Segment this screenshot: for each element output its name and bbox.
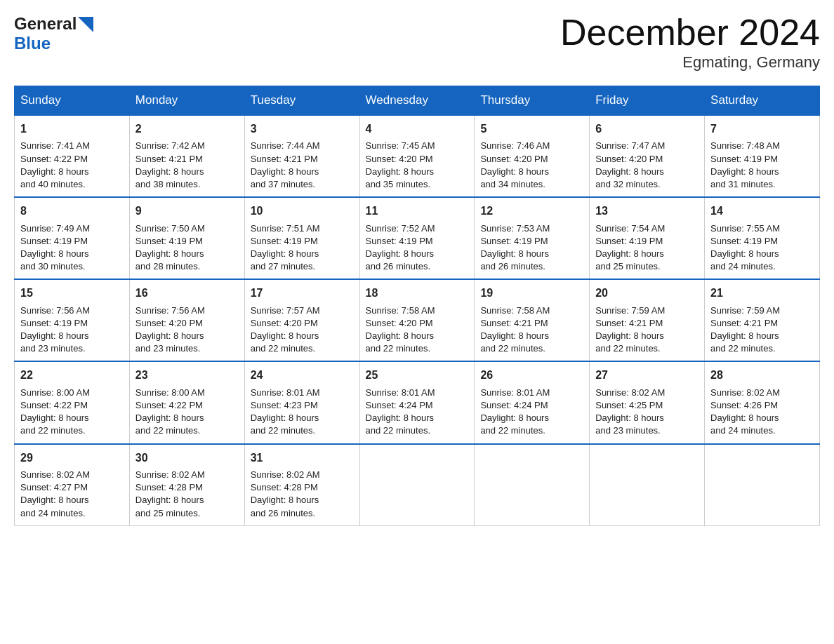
day-number: 13	[595, 203, 699, 219]
day-info: Sunrise: 8:02 AMSunset: 4:28 PMDaylight:…	[251, 469, 354, 520]
day-number: 7	[710, 121, 814, 137]
calendar-cell: 28Sunrise: 8:02 AMSunset: 4:26 PMDayligh…	[705, 361, 820, 443]
day-number: 30	[135, 450, 239, 466]
day-info: Sunrise: 7:59 AMSunset: 4:21 PMDaylight:…	[595, 304, 699, 356]
logo-blue-text: Blue	[14, 34, 51, 53]
calendar-header-row: SundayMondayTuesdayWednesdayThursdayFrid…	[15, 86, 820, 116]
day-info: Sunrise: 8:02 AMSunset: 4:27 PMDaylight:…	[20, 469, 124, 520]
day-number: 14	[710, 203, 814, 219]
week-row-5: 29Sunrise: 8:02 AMSunset: 4:27 PMDayligh…	[15, 444, 820, 526]
calendar-cell: 5Sunrise: 7:46 AMSunset: 4:20 PMDaylight…	[475, 115, 590, 197]
day-info: Sunrise: 7:49 AMSunset: 4:19 PMDaylight:…	[20, 222, 124, 274]
calendar-cell: 23Sunrise: 8:00 AMSunset: 4:22 PMDayligh…	[129, 361, 244, 443]
calendar-cell: 16Sunrise: 7:56 AMSunset: 4:20 PMDayligh…	[129, 279, 244, 361]
day-info: Sunrise: 7:54 AMSunset: 4:19 PMDaylight:…	[595, 222, 699, 274]
day-number: 16	[135, 286, 239, 301]
day-number: 4	[366, 121, 469, 137]
day-info: Sunrise: 7:53 AMSunset: 4:19 PMDaylight:…	[480, 222, 583, 274]
col-header-monday: Monday	[129, 86, 244, 116]
calendar-cell: 25Sunrise: 8:01 AMSunset: 4:24 PMDayligh…	[359, 361, 475, 443]
day-number: 11	[366, 203, 469, 219]
day-info: Sunrise: 7:50 AMSunset: 4:19 PMDaylight:…	[135, 222, 239, 274]
calendar-cell: 6Sunrise: 7:47 AMSunset: 4:20 PMDaylight…	[590, 115, 705, 197]
calendar-cell: 3Sunrise: 7:44 AMSunset: 4:21 PMDaylight…	[244, 115, 359, 197]
day-number: 21	[710, 286, 814, 301]
logo-general-text: General	[14, 14, 77, 34]
day-info: Sunrise: 7:45 AMSunset: 4:20 PMDaylight:…	[366, 140, 469, 191]
calendar-cell: 14Sunrise: 7:55 AMSunset: 4:19 PMDayligh…	[705, 197, 820, 279]
location-subtitle: Egmating, Germany	[560, 53, 820, 72]
day-number: 15	[20, 286, 124, 301]
day-info: Sunrise: 8:02 AMSunset: 4:26 PMDaylight:…	[710, 387, 814, 438]
day-number: 18	[366, 286, 469, 301]
col-header-tuesday: Tuesday	[244, 86, 359, 116]
calendar-cell: 9Sunrise: 7:50 AMSunset: 4:19 PMDaylight…	[129, 197, 244, 279]
day-number: 24	[251, 368, 354, 383]
calendar-cell: 11Sunrise: 7:52 AMSunset: 4:19 PMDayligh…	[359, 197, 475, 279]
day-info: Sunrise: 8:01 AMSunset: 4:24 PMDaylight:…	[366, 387, 469, 438]
day-number: 19	[480, 286, 583, 301]
calendar-cell: 29Sunrise: 8:02 AMSunset: 4:27 PMDayligh…	[15, 444, 130, 526]
col-header-sunday: Sunday	[15, 86, 130, 116]
day-number: 26	[480, 368, 583, 383]
calendar-cell: 26Sunrise: 8:01 AMSunset: 4:24 PMDayligh…	[475, 361, 590, 443]
day-info: Sunrise: 7:55 AMSunset: 4:19 PMDaylight:…	[710, 222, 814, 274]
col-header-wednesday: Wednesday	[359, 86, 475, 116]
calendar-cell: 19Sunrise: 7:58 AMSunset: 4:21 PMDayligh…	[475, 279, 590, 361]
day-info: Sunrise: 7:56 AMSunset: 4:19 PMDaylight:…	[20, 304, 124, 356]
calendar-cell: 22Sunrise: 8:00 AMSunset: 4:22 PMDayligh…	[15, 361, 130, 443]
day-number: 23	[135, 368, 239, 383]
day-number: 2	[135, 121, 239, 137]
calendar-cell: 8Sunrise: 7:49 AMSunset: 4:19 PMDaylight…	[15, 197, 130, 279]
day-info: Sunrise: 8:00 AMSunset: 4:22 PMDaylight:…	[135, 387, 239, 438]
calendar-cell: 7Sunrise: 7:48 AMSunset: 4:19 PMDaylight…	[705, 115, 820, 197]
day-number: 12	[480, 203, 583, 219]
day-number: 1	[20, 121, 124, 137]
calendar-cell: 20Sunrise: 7:59 AMSunset: 4:21 PMDayligh…	[590, 279, 705, 361]
logo-triangle-icon	[78, 17, 93, 32]
day-number: 17	[251, 286, 354, 301]
calendar-cell: 30Sunrise: 8:02 AMSunset: 4:28 PMDayligh…	[129, 444, 244, 526]
day-number: 9	[135, 203, 239, 219]
calendar-cell: 15Sunrise: 7:56 AMSunset: 4:19 PMDayligh…	[15, 279, 130, 361]
svg-marker-0	[78, 17, 93, 32]
calendar-cell: 17Sunrise: 7:57 AMSunset: 4:20 PMDayligh…	[244, 279, 359, 361]
day-info: Sunrise: 7:58 AMSunset: 4:21 PMDaylight:…	[480, 304, 583, 356]
month-title: December 2024	[560, 14, 820, 51]
calendar-cell	[475, 444, 590, 526]
col-header-thursday: Thursday	[475, 86, 590, 116]
calendar-cell	[590, 444, 705, 526]
day-number: 22	[20, 368, 124, 383]
week-row-4: 22Sunrise: 8:00 AMSunset: 4:22 PMDayligh…	[15, 361, 820, 443]
calendar-cell: 21Sunrise: 7:59 AMSunset: 4:21 PMDayligh…	[705, 279, 820, 361]
day-number: 6	[595, 121, 699, 137]
day-info: Sunrise: 8:02 AMSunset: 4:28 PMDaylight:…	[135, 469, 239, 520]
day-number: 3	[251, 121, 354, 137]
day-info: Sunrise: 8:00 AMSunset: 4:22 PMDaylight:…	[20, 387, 124, 438]
calendar-cell: 18Sunrise: 7:58 AMSunset: 4:20 PMDayligh…	[359, 279, 475, 361]
day-info: Sunrise: 7:52 AMSunset: 4:19 PMDaylight:…	[366, 222, 469, 274]
col-header-friday: Friday	[590, 86, 705, 116]
day-info: Sunrise: 8:01 AMSunset: 4:24 PMDaylight:…	[480, 387, 583, 438]
day-number: 5	[480, 121, 583, 137]
day-info: Sunrise: 7:56 AMSunset: 4:20 PMDaylight:…	[135, 304, 239, 356]
col-header-saturday: Saturday	[705, 86, 820, 116]
calendar-cell	[359, 444, 475, 526]
day-info: Sunrise: 7:41 AMSunset: 4:22 PMDaylight:…	[20, 140, 124, 191]
day-info: Sunrise: 7:58 AMSunset: 4:20 PMDaylight:…	[366, 304, 469, 356]
day-info: Sunrise: 7:44 AMSunset: 4:21 PMDaylight:…	[251, 140, 354, 191]
calendar-cell: 12Sunrise: 7:53 AMSunset: 4:19 PMDayligh…	[475, 197, 590, 279]
day-info: Sunrise: 7:47 AMSunset: 4:20 PMDaylight:…	[595, 140, 699, 191]
day-number: 28	[710, 368, 814, 383]
day-number: 10	[251, 203, 354, 219]
calendar-cell: 1Sunrise: 7:41 AMSunset: 4:22 PMDaylight…	[15, 115, 130, 197]
day-info: Sunrise: 7:59 AMSunset: 4:21 PMDaylight:…	[710, 304, 814, 356]
day-info: Sunrise: 8:02 AMSunset: 4:25 PMDaylight:…	[595, 387, 699, 438]
day-info: Sunrise: 7:51 AMSunset: 4:19 PMDaylight:…	[251, 222, 354, 274]
week-row-2: 8Sunrise: 7:49 AMSunset: 4:19 PMDaylight…	[15, 197, 820, 279]
calendar-cell: 24Sunrise: 8:01 AMSunset: 4:23 PMDayligh…	[244, 361, 359, 443]
logo: General Blue	[14, 14, 93, 53]
day-info: Sunrise: 7:42 AMSunset: 4:21 PMDaylight:…	[135, 140, 239, 191]
calendar-cell	[705, 444, 820, 526]
day-info: Sunrise: 7:48 AMSunset: 4:19 PMDaylight:…	[710, 140, 814, 191]
